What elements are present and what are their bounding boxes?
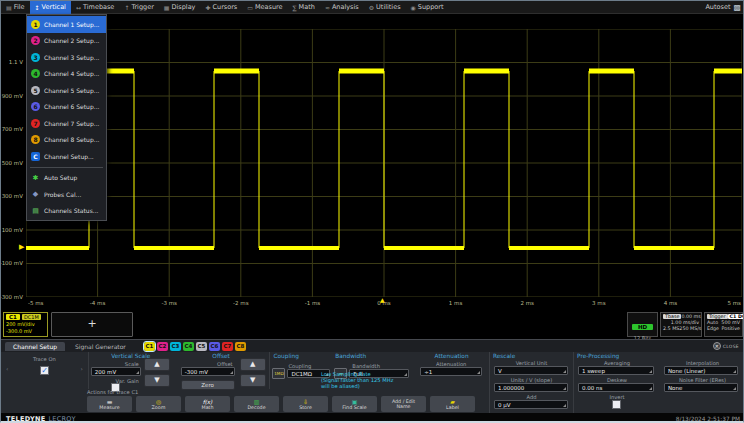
prev-channel-arrow[interactable]: ‹ [6, 365, 8, 372]
x-axis-label: 3 ms [592, 300, 605, 306]
channel-tab-c7[interactable]: C7 [222, 342, 233, 351]
support-icon: ◉ [411, 4, 416, 11]
bandwidth-header: Bandwidth [332, 353, 414, 359]
trace-on-checkbox[interactable]: ✓ [40, 366, 49, 375]
menu-trigger[interactable]: ↑Trigger [119, 1, 158, 14]
measure-icon: ▭ [247, 4, 253, 11]
auto-setup-icon: ✱ [31, 174, 40, 182]
autoset-icon[interactable]: ▩ [733, 3, 741, 12]
low-sampling-rate-warning: Low Sampling Rate (Signal faster than 12… [321, 371, 453, 389]
menu-item-auto-setup[interactable]: ✱Auto Setup [27, 170, 106, 187]
deskew-field[interactable]: 0.00 ns [578, 383, 654, 392]
channel-offset-marker[interactable]: ▶ [19, 244, 24, 251]
scale-down-button[interactable]: ▼ [144, 374, 170, 387]
decode-button[interactable]: ▥Decode [234, 396, 279, 412]
waveform-display[interactable] [26, 29, 742, 297]
channel-3-icon: 3 [31, 53, 40, 62]
label-button[interactable]: ▰Label [430, 396, 475, 412]
y-axis-label: -300 mV [0, 294, 23, 300]
timebase-descriptor[interactable]: Tbase0.00 ms 1.00 ms/div 2.5 MS250 MS/s [660, 312, 702, 337]
x-axis-label: 5 ms [728, 300, 741, 306]
trigger-descriptor[interactable]: TriggerC1 DC Auto500 mV EdgePositive [704, 312, 743, 337]
store-button[interactable]: ⇩Store [283, 396, 328, 412]
offset-down-button[interactable]: ▼ [240, 374, 266, 387]
menubar: ▤File ↕Vertical ↔Timebase ↑Trigger ▦Disp… [1, 1, 744, 14]
add-trace-button[interactable]: + [51, 312, 133, 337]
statusbar: TELEDYNE LECROY 8/13/2024 2:51:37 PM [1, 413, 744, 423]
trigger-type: Edge [707, 326, 719, 331]
tab-channel-setup[interactable]: Channel Setup [5, 342, 65, 351]
menu-item-channel-setup[interactable]: CChannel Setup... [27, 148, 106, 165]
find-scale-button[interactable]: ▣Find Scale [332, 396, 377, 412]
menu-file[interactable]: ▤File [1, 1, 30, 14]
math-button[interactable]: f(x)Math [185, 396, 230, 412]
menu-item-channel-3-setup[interactable]: 3Channel 3 Setup... [27, 49, 106, 66]
menu-math[interactable]: ∑Math [288, 1, 320, 14]
channel-tab-c3[interactable]: C3 [170, 342, 181, 351]
offset-field[interactable]: -300 mV [181, 367, 235, 376]
menu-item-channel-6-setup[interactable]: 6Channel 6 Setup... [27, 99, 106, 116]
probes-cal-icon: ◆ [31, 190, 40, 198]
y-axis-label: 700 mV [2, 126, 23, 132]
menu-item-channel-1-setup[interactable]: 1Channel 1 Setup... [27, 16, 106, 33]
menu-display[interactable]: ▦Display [159, 1, 201, 14]
measure-button[interactable]: ▬Measure [87, 396, 132, 412]
menu-item-channel-4-setup[interactable]: 4Channel 4 Setup... [27, 66, 106, 83]
channel-tab-c5[interactable]: C5 [196, 342, 207, 351]
menu-vertical[interactable]: ↕Vertical [30, 1, 71, 14]
slope-field[interactable]: 1.000000 [494, 383, 568, 392]
invert-checkbox[interactable] [612, 400, 621, 409]
brand-teledyne: TELEDYNE [6, 415, 45, 423]
channel-8-icon: 8 [31, 135, 40, 144]
cursors-icon: ✚ [205, 4, 210, 11]
display-icon: ▦ [164, 4, 170, 11]
channel-tab-c8[interactable]: C8 [235, 342, 246, 351]
vertical-unit-field[interactable]: V [494, 366, 568, 375]
menu-analysis[interactable]: ≈Analysis [320, 1, 364, 14]
menu-item-channels-status[interactable]: ▤Channels Status... [27, 203, 106, 220]
offset-zero-button[interactable]: Zero [181, 380, 235, 390]
channel-tab-c4[interactable]: C4 [183, 342, 194, 351]
menu-cursors[interactable]: ✚Cursors [200, 1, 242, 14]
tab-signal-generator[interactable]: Signal Generator [67, 342, 134, 351]
scale-up-button[interactable]: ▲ [144, 358, 170, 371]
trigger-position-marker[interactable]: ▲ [380, 297, 385, 303]
oscilloscope-app: ▤File ↕Vertical ↔Timebase ↑Trigger ▦Disp… [0, 0, 744, 423]
x-axis-label: -5 ms [28, 300, 43, 306]
menu-item-channel-5-setup[interactable]: 5Channel 5 Setup... [27, 82, 106, 99]
tbase-rate: 250 MS/s [679, 326, 701, 331]
menu-utilities[interactable]: ⚙Utilities [364, 1, 406, 14]
coupling-header: Coupling [270, 353, 332, 359]
menu-item-probes-cal[interactable]: ◆Probes Cal... [27, 186, 106, 203]
add-edit-name-button[interactable]: Add / EditName [381, 396, 426, 412]
trigger-label: Trigger [707, 314, 728, 319]
x-axis-label: 2 ms [520, 300, 533, 306]
menu-item-channel-2-setup[interactable]: 2Channel 2 Setup... [27, 33, 106, 50]
c1-trace-descriptor[interactable]: C1 DC1M 200 mV/div -300.0 mV [3, 312, 48, 337]
menu-separator [30, 167, 103, 168]
menu-measure[interactable]: ▭Measure [242, 1, 287, 14]
noise-filter-field[interactable]: None [664, 383, 738, 392]
analysis-icon: ≈ [325, 4, 330, 11]
menu-item-channel-7-setup[interactable]: 7Channel 7 Setup... [27, 115, 106, 132]
coupling-impedance-icon: 1MΩ [272, 368, 285, 379]
channel-tab-c1[interactable]: C1 [144, 342, 155, 351]
channel-tab-c2[interactable]: C2 [157, 342, 168, 351]
x-axis-label: -2 ms [233, 300, 248, 306]
averaging-field[interactable]: 1 sweep [578, 366, 654, 375]
offset-up-button[interactable]: ▲ [240, 358, 266, 371]
datetime: 8/13/2024 2:51:37 PM [676, 416, 740, 422]
menu-support[interactable]: ◉Support [406, 1, 449, 14]
menu-item-channel-8-setup[interactable]: 8Channel 8 Setup... [27, 132, 106, 149]
add-field[interactable]: 0 µV [494, 400, 568, 409]
acquisition-descriptor[interactable]: HD 12 Bits [627, 312, 658, 337]
channel-tab-c6[interactable]: C6 [209, 342, 220, 351]
interpolation-field[interactable]: None (Linear) [664, 366, 738, 375]
hd-mode-badge: HD [632, 324, 653, 330]
menu-timebase[interactable]: ↔Timebase [71, 1, 119, 14]
next-channel-arrow[interactable]: › [80, 365, 82, 372]
zoom-button[interactable]: ◎Zoom [136, 396, 181, 412]
dialog-close-button[interactable]: ✕ CLOSE [713, 342, 744, 350]
scale-field[interactable]: 200 mV [91, 367, 141, 376]
vertical-icon: ↕ [35, 4, 40, 11]
